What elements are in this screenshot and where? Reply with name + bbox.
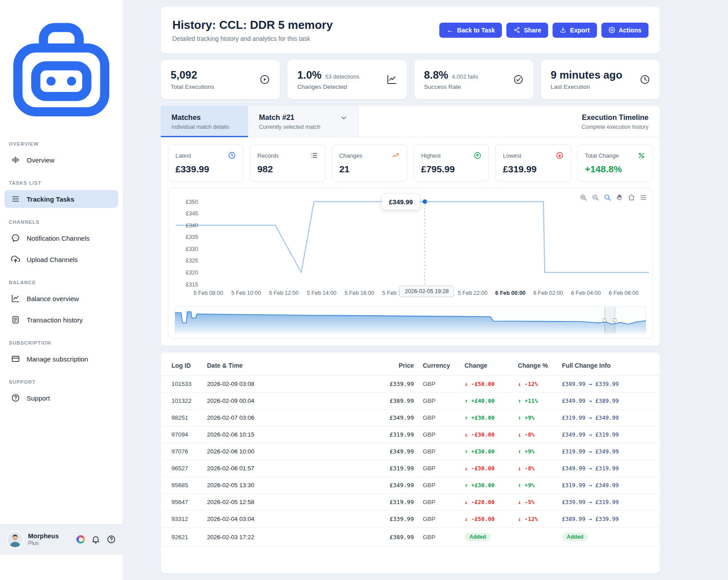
palette-icon[interactable] (76, 535, 85, 544)
cell-change-percent: ↓ -8% (513, 426, 557, 443)
cell-price: £349.99 (362, 409, 418, 426)
cell-log-id: 96527 (161, 460, 203, 477)
sidebar-item-support[interactable]: Support (4, 389, 118, 407)
summary-label: Latest (175, 152, 191, 159)
execution-timeline-title: Execution Timeline (581, 113, 648, 122)
stat-label: Last Execution (551, 83, 622, 90)
cell-log-id: 95685 (161, 477, 203, 494)
column-header: Currency (418, 354, 460, 376)
stat-card-changes-detected: 1.0%53 detectionsChanges Detected (287, 60, 406, 99)
match-selector-dropdown[interactable]: Match #21 Currently selected match (248, 106, 359, 137)
tab-matches[interactable]: Matches Individual match details (161, 106, 248, 137)
menu-icon[interactable] (640, 194, 647, 201)
chart-range-navigator[interactable] (175, 306, 646, 334)
sidebar-item-label: Manage subscription (27, 355, 88, 363)
navigator-brush-handle-left[interactable] (602, 318, 606, 322)
svg-text:6 Feb 00:00: 6 Feb 00:00 (495, 290, 525, 296)
clock-icon (640, 74, 650, 85)
sidebar-item-label: Transaction history (27, 316, 83, 324)
cell-log-id: 92621 (161, 528, 203, 547)
cell-log-id: 98251 (161, 409, 203, 426)
summary-value: £795.99 (421, 164, 481, 175)
line-chart-icon (11, 294, 20, 303)
cell-full-change-info: £319.99 → £349.99 (557, 477, 660, 494)
help-circle-icon[interactable] (107, 535, 116, 544)
history-table: Log IDDate & TimePriceCurrencyChangeChan… (161, 354, 660, 547)
price-history-chart: £350£345£340£335£330£325£320£3155 Feb 08… (168, 188, 653, 339)
sidebar-item-manage-subscription[interactable]: Manage subscription (4, 350, 118, 368)
match-selector-title-row: Match #21 (259, 113, 348, 122)
table-row[interactable]: 933122026-02-04 03:04£339.99GBP↓ -£50.00… (161, 511, 660, 528)
summary-cards-row: Latest£339.99Records982Changes21Highest£… (168, 144, 653, 182)
cell-datetime: 2026-02-06 10:00 (203, 443, 362, 460)
table-row[interactable]: 970942026-02-06 10:15£319.99GBP↓ -£30.00… (161, 426, 660, 443)
app-logo[interactable] (0, 7, 123, 130)
table-row[interactable]: 926212026-02-03 17:22£389.99GBPAddedAdde… (161, 528, 660, 547)
cell-log-id: 101533 (161, 376, 203, 393)
clock-icon (228, 151, 236, 159)
user-card[interactable]: Morpheus Plus (0, 524, 123, 555)
tab-execution-timeline[interactable]: Execution Timeline Complete execution hi… (570, 106, 660, 137)
share-label: Share (524, 27, 541, 34)
zoom-out-icon[interactable] (592, 194, 599, 201)
back-to-task-button[interactable]: ← Back to Task (439, 23, 502, 38)
chart-plot-area[interactable]: £350£345£340£335£330£325£320£3155 Feb 08… (172, 192, 649, 303)
bell-icon[interactable] (91, 535, 100, 544)
navigator-brush-handle-right[interactable] (613, 318, 617, 322)
share-button[interactable]: Share (506, 23, 548, 38)
help-circle-icon (11, 393, 20, 402)
summary-value: £319.99 (503, 164, 563, 175)
change-value: ↓ -£30.00 (465, 431, 495, 438)
table-row[interactable]: 970762026-02-06 10:00£349.99GBP↑ +£30.00… (161, 443, 660, 460)
export-label: Export (570, 27, 589, 34)
summary-label: Highest (421, 152, 441, 159)
sidebar-section: TASKS LISTTracking Tasks (0, 180, 123, 208)
table-row[interactable]: 956852026-02-05 13:30£349.99GBP↑ +£30.00… (161, 477, 660, 494)
export-button[interactable]: Export (553, 23, 597, 38)
svg-text:£345: £345 (186, 211, 198, 217)
back-to-task-label: Back to Task (457, 27, 495, 34)
column-header: Change (460, 354, 513, 376)
change-percent: ↓ -5% (518, 499, 535, 505)
sidebar-item-upload-channels[interactable]: Upload Channels (4, 250, 118, 268)
box-zoom-icon[interactable] (604, 194, 611, 201)
svg-text:£320: £320 (186, 270, 198, 276)
cell-change-percent: ↓ -12% (513, 511, 557, 528)
svg-text:£335: £335 (186, 234, 198, 240)
sidebar-item-notification-channels[interactable]: Notification Channels (4, 229, 118, 247)
svg-text:£330: £330 (186, 246, 198, 252)
change-value: ↓ -£50.00 (465, 381, 495, 387)
sidebar-item-tracking-tasks[interactable]: Tracking Tasks (4, 190, 118, 208)
table-row[interactable]: 965272026-02-06 01:57£319.99GBP↓ -£30.00… (161, 460, 660, 477)
change-value: ↑ +£30.00 (465, 414, 495, 421)
sidebar-item-overview[interactable]: Overview (4, 151, 118, 169)
sidebar-section: BALANCEBalance overviewTransaction histo… (0, 280, 123, 329)
cell-price: £319.99 (362, 460, 418, 477)
zoom-in-icon[interactable] (580, 194, 587, 201)
cell-change-percent: ↑ +9% (513, 409, 557, 426)
table-row[interactable]: 1015332026-02-09 03:08£339.99GBP↓ -£50.0… (161, 376, 660, 393)
document-icon (11, 315, 20, 324)
home-icon[interactable] (628, 194, 635, 201)
cell-datetime: 2026-02-09 00:04 (203, 393, 362, 409)
table-row[interactable]: 982512026-02-07 03:06£349.99GBP↑ +£30.00… (161, 409, 660, 426)
svg-text:5 Feb 16:00: 5 Feb 16:00 (345, 290, 374, 296)
stats-row: 5,092Total Executions1.0%53 detectionsCh… (161, 60, 660, 99)
actions-button[interactable]: Actions (601, 23, 648, 38)
cell-datetime: 2026-02-07 03:06 (203, 409, 362, 426)
header-actions: ← Back to Task Share Export Actions (439, 23, 648, 38)
sidebar-item-transaction-history[interactable]: Transaction history (4, 311, 118, 329)
table-row[interactable]: 1013222026-02-09 00:04£389.99GBP↑ +£40.0… (161, 393, 660, 409)
stat-value: 1.0% (297, 69, 322, 81)
history-table-card: Log IDDate & TimePriceCurrencyChangeChan… (161, 353, 660, 573)
change-value: ↑ +£30.00 (465, 448, 495, 455)
page-title: History: CCL: DDR 5 memory (172, 18, 333, 32)
app-root: OVERVIEWOverviewTASKS LISTTracking Tasks… (0, 0, 728, 580)
cell-price: £339.99 (362, 511, 418, 528)
pan-icon[interactable] (616, 194, 623, 201)
cell-full-change-info: £339.99 → £319.99 (557, 494, 660, 511)
table-row[interactable]: 956472026-02-05 12:58£319.99GBP↓ -£20.00… (161, 494, 660, 511)
cell-change-percent: ↑ +11% (513, 393, 557, 409)
stat-text: 1.0%53 detectionsChanges Detected (297, 69, 359, 90)
sidebar-item-balance-overview[interactable]: Balance overview (4, 290, 118, 307)
